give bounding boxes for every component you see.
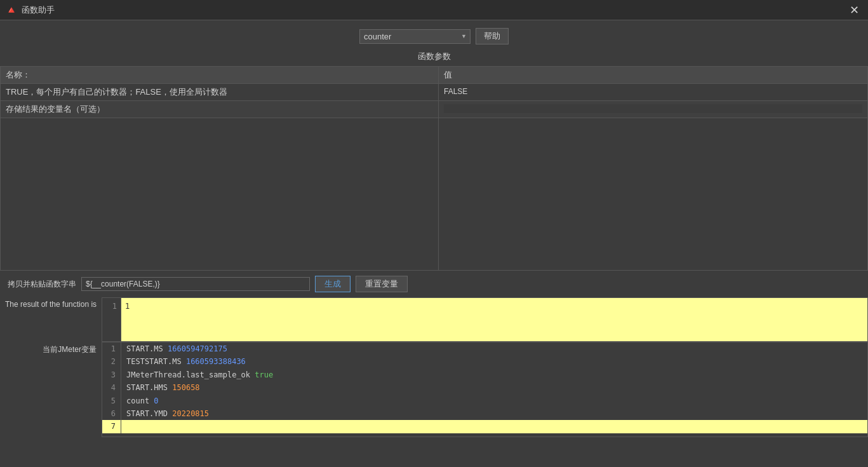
var-key-4: START.HMS (126, 383, 172, 392)
var-line-2: 2 TESTSTART.MS 1660593388436 (102, 355, 867, 368)
param-header-row: 名称： 值 (1, 67, 868, 84)
var-key-5: count (126, 396, 154, 405)
value-col-header: 值 (439, 67, 868, 84)
var-num-4: 4 (102, 381, 121, 394)
var-key-2: TESTSTART.MS (126, 357, 186, 366)
var-key-3: JMeterThread.last_sample_ok (126, 370, 255, 379)
empty-value-cell (439, 118, 868, 271)
main-content: counter 帮助 函数参数 名称： 值 TRUE，每个用户有自己的计数器；F… (0, 20, 868, 437)
section-title: 函数参数 (0, 51, 868, 62)
var-num-2: 2 (102, 355, 121, 368)
var-num-7: 7 (102, 420, 121, 433)
top-controls: counter 帮助 (0, 28, 868, 44)
app-icon: 🔺 (5, 4, 18, 16)
var-value-6: 20220815 (172, 409, 209, 418)
var-value-2: 1660593388436 (186, 357, 246, 366)
var-line-5: 5 count 0 (102, 395, 867, 407)
result-label: The result of the function is (0, 297, 102, 311)
variables-content: 1 START.MS 1660594792175 2 TESTSTART.MS … (102, 342, 868, 437)
param-name-2: 存储结果的变量名（可选） (1, 101, 439, 118)
empty-name-cell (1, 118, 439, 271)
var-num-1: 1 (102, 342, 121, 355)
var-value-1: 1660594792175 (168, 344, 227, 353)
title-bar-left: 🔺 函数助手 (5, 4, 55, 16)
param-value-input-2[interactable] (444, 104, 862, 113)
var-content-4: START.HMS 150658 (121, 381, 200, 394)
paste-input[interactable] (81, 277, 310, 291)
result-text: 1 (121, 298, 867, 341)
table-row[interactable]: 存储结果的变量名（可选） (1, 101, 868, 118)
title-bar: 🔺 函数助手 ✕ (0, 0, 868, 20)
var-content-2: TESTSTART.MS 1660593388436 (121, 355, 246, 368)
close-button[interactable]: ✕ (846, 3, 863, 17)
var-line-4: 4 START.HMS 150658 (102, 381, 867, 394)
param-value-1[interactable] (439, 84, 868, 101)
var-num-6: 6 (102, 407, 121, 420)
var-line-6: 6 START.YMD 20220815 (102, 407, 867, 420)
var-line-7: 7 (102, 420, 867, 433)
result-row: The result of the function is 1 1 (0, 297, 868, 342)
result-line-num-1: 1 (106, 301, 117, 313)
name-col-header: 名称： (1, 67, 439, 84)
paste-label: 拷贝并粘贴函数字串 (8, 279, 76, 290)
param-table: 名称： 值 TRUE，每个用户有自己的计数器；FALSE，使用全局计数器 存储结… (0, 66, 868, 271)
function-select-wrapper[interactable]: counter (359, 29, 471, 44)
var-line-1: 1 START.MS 1660594792175 (102, 342, 867, 355)
function-select[interactable]: counter (359, 29, 471, 44)
var-key-6: START.YMD (126, 409, 172, 418)
var-content-7 (121, 420, 867, 433)
param-value-2[interactable] (439, 101, 868, 118)
help-button[interactable]: 帮助 (476, 28, 509, 44)
var-value-3: true (255, 370, 273, 379)
result-line-numbers: 1 (102, 298, 121, 341)
param-table-body: TRUE，每个用户有自己的计数器；FALSE，使用全局计数器 存储结果的变量名（… (1, 84, 868, 271)
reset-button[interactable]: 重置变量 (356, 276, 408, 292)
param-name-1: TRUE，每个用户有自己的计数器；FALSE，使用全局计数器 (1, 84, 439, 101)
var-key-1: START.MS (126, 344, 168, 353)
result-content: 1 1 (102, 297, 868, 342)
var-line-3: 3 JMeterThread.last_sample_ok true (102, 369, 867, 381)
variables-label: 当前JMeter变量 (0, 342, 102, 358)
table-empty-row (1, 118, 868, 271)
function-params-section: 函数参数 名称： 值 TRUE，每个用户有自己的计数器；FALSE，使用全局计数… (0, 51, 868, 271)
var-num-3: 3 (102, 369, 121, 381)
var-content-1: START.MS 1660594792175 (121, 342, 227, 355)
generate-button[interactable]: 生成 (315, 276, 351, 292)
table-row[interactable]: TRUE，每个用户有自己的计数器；FALSE，使用全局计数器 (1, 84, 868, 101)
variables-row: 当前JMeter变量 1 START.MS 1660594792175 2 TE… (0, 342, 868, 437)
var-value-4: 150658 (172, 383, 199, 392)
app-title: 函数助手 (22, 4, 55, 16)
var-content-3: JMeterThread.last_sample_ok true (121, 369, 273, 381)
var-content-6: START.YMD 20220815 (121, 407, 209, 420)
param-table-header: 名称： 值 (1, 67, 868, 84)
var-value-5: 0 (154, 396, 158, 405)
var-content-5: count 0 (121, 395, 159, 407)
param-value-input-1[interactable] (444, 87, 862, 96)
paste-row: 拷贝并粘贴函数字串 生成 重置变量 (0, 271, 868, 297)
var-num-5: 5 (102, 395, 121, 407)
